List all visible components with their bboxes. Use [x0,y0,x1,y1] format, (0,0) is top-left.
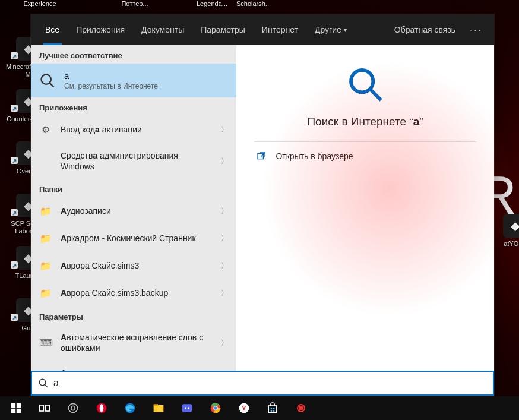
result-item[interactable]: 📁Аркадром - Космический Странник〉 [31,225,236,252]
result-item[interactable]: 📁Аврора Скайс.sims3〉 [31,252,236,279]
search-icon [38,378,49,389]
desktop-icon[interactable]: ◆↗Overwa [6,141,50,175]
search-bar[interactable] [31,371,494,396]
svg-point-2 [351,70,373,92]
chevron-right-icon: 〉 [221,261,228,271]
svg-rect-4 [258,153,263,159]
taskbar-app-store[interactable] [259,396,286,420]
desktop-icon[interactable]: ◆↗Gun [6,298,50,332]
svg-point-14 [97,403,107,413]
chevron-right-icon: 〉 [221,125,228,135]
divider [254,141,476,142]
svg-point-15 [100,404,104,412]
svg-rect-7 [11,403,16,408]
tab-Все[interactable]: Все [37,14,68,45]
desktop-icon[interactable]: Scholarsh... [232,0,276,8]
preview-panel: Поиск в Интернете “a” Открыть в браузере [236,45,494,371]
result-item[interactable]: ⌨Автоматическое исправление слов с ошибк… [31,325,236,361]
best-match-subtitle: См. результаты в Интернете [64,82,158,90]
taskbar-app-yandex[interactable]: Y [230,396,258,420]
desktop-icon[interactable]: ◆↗SCP Secret Laborato [6,194,50,235]
svg-point-20 [185,407,186,409]
desktop-icon[interactable]: Поттер... [113,0,157,8]
svg-rect-19 [182,404,192,412]
svg-rect-17 [154,405,164,412]
desktop-icon[interactable]: ◆↗Minecraft Story M [6,37,50,78]
open-icon [257,151,267,161]
result-item[interactable]: ▣Автоматическое включение и выключение р… [31,361,236,371]
tab-Документы[interactable]: Документы [133,14,192,45]
taskbar-app-sound[interactable] [59,396,87,420]
taskbar-app-opera[interactable] [88,396,115,420]
tab-Другие[interactable]: Другие▾ [306,14,355,45]
svg-point-25 [239,403,249,413]
taskbar: Y [0,396,519,420]
taskbar-app-edge[interactable] [116,396,144,420]
svg-rect-12 [46,405,50,411]
taskbar-app-discord[interactable] [173,396,201,420]
item-icon: ⌨ [39,336,52,349]
svg-point-21 [188,407,189,409]
svg-line-3 [370,89,381,100]
svg-point-24 [214,406,217,409]
svg-rect-18 [154,404,159,406]
svg-point-0 [42,74,51,84]
svg-rect-8 [17,403,21,408]
desktop-icon[interactable]: ◆↗TLaunch [6,246,50,280]
best-match-title: a [64,71,158,81]
section-settings: Параметры [31,307,236,325]
svg-rect-31 [273,410,275,412]
result-item[interactable]: Средства администрирования Windows〉 [31,143,236,179]
taskbar-app-chrome[interactable] [202,396,229,420]
desktop-icon[interactable]: ◆atYOcT [493,214,519,248]
svg-point-22 [211,403,221,413]
result-item[interactable]: 📁Аврора Скайс.sims3.backup〉 [31,279,236,307]
svg-rect-9 [11,409,16,413]
item-label: Автоматическое исправление слов с ошибка… [61,332,213,353]
chevron-down-icon: ▾ [344,27,347,33]
wallpaper-letter: R [478,165,514,226]
search-icon [39,72,56,89]
section-best-match: Лучшее соответствие [31,45,236,64]
chevron-right-icon: 〉 [221,206,228,216]
svg-rect-10 [17,409,21,413]
preview-title: Поиск в Интернете “a” [307,115,423,128]
search-window: ВсеПриложенияДокументыПараметрыИнтернетД… [31,14,494,396]
taskbar-app-record[interactable] [287,396,315,420]
feedback-link[interactable]: Обратная связь [386,25,464,34]
tab-Интернет[interactable]: Интернет [254,14,306,45]
section-folders: Папки [31,179,236,197]
tab-Параметры[interactable]: Параметры [192,14,254,45]
svg-rect-29 [273,408,275,409]
search-icon [346,65,384,103]
more-button[interactable]: ··· [464,24,488,36]
item-icon [39,154,52,168]
result-item[interactable]: ⚙Ввод кода активации〉 [31,116,236,143]
desktop-background: R ExperienceПоттер...Legenda...Scholarsh… [0,0,519,420]
svg-line-1 [50,83,54,87]
result-item[interactable]: 📁Аудиозаписи〉 [31,197,236,225]
svg-rect-27 [268,406,276,413]
item-icon: 📁 [39,259,52,272]
open-in-browser[interactable]: Открыть в браузере [254,142,476,170]
start-button[interactable] [2,396,30,420]
desktop-icon[interactable]: ◆↗Counter-Sourc [6,89,50,123]
svg-rect-28 [271,408,273,409]
desktop-icon[interactable]: Legenda... [190,0,234,8]
task-view-button[interactable] [31,396,58,420]
open-label: Открыть в браузере [276,151,353,161]
item-label: Ввод кода активации [61,124,213,135]
item-label: Средства администрирования Windows [61,150,213,172]
item-label: Автоматическое включение и выключение ре… [61,368,213,371]
item-icon: 📁 [39,204,52,217]
taskbar-app-explorer[interactable] [145,396,172,420]
search-input[interactable] [53,378,487,389]
svg-point-5 [39,379,46,386]
svg-text:Y: Y [242,404,246,412]
chevron-right-icon: 〉 [221,233,228,244]
record-icon [297,404,305,412]
best-match-item[interactable]: a См. результаты в Интернете [31,64,236,97]
desktop-icon[interactable]: Experience [18,0,62,8]
item-icon: ⚙ [39,123,52,136]
tab-Приложения[interactable]: Приложения [68,14,133,45]
